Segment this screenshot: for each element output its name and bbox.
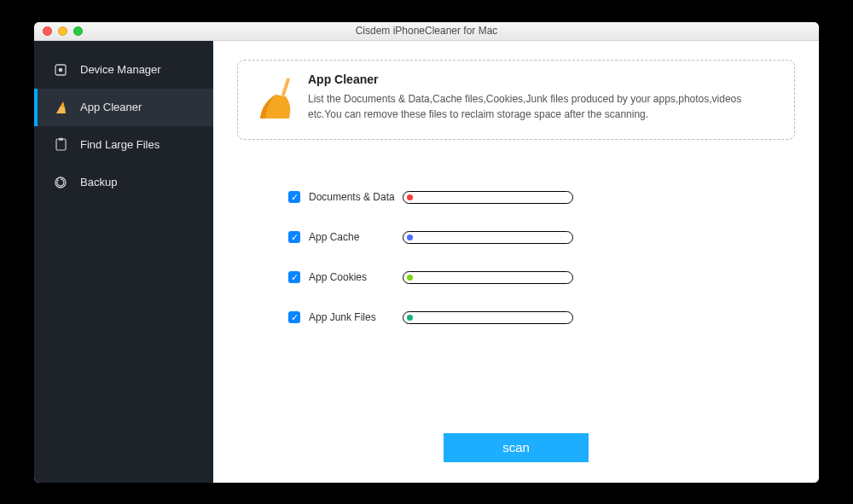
sidebar-item-label: Device Manager [80,63,161,76]
svg-rect-2 [56,139,66,150]
progress-pill [403,271,573,284]
progress-pill [403,231,573,244]
titlebar: Cisdem iPhoneCleaner for Mac [34,22,819,41]
scan-button[interactable]: scan [444,433,589,462]
checkbox-app-cookies[interactable]: ✓ [288,271,300,283]
checkbox-app-junk-files[interactable]: ✓ [288,311,300,323]
info-box: App Cleaner List the Documents & Data,Ca… [237,60,795,140]
progress-pill [403,191,573,204]
sidebar-item-label: Find Large Files [80,138,160,151]
option-app-cache: ✓ App Cache [288,231,795,244]
broom-icon [53,100,68,115]
sidebar: Device Manager App Cleaner Find Large Fi… [34,41,213,483]
sidebar-item-find-large-files[interactable]: Find Large Files [34,126,213,164]
app-window: Cisdem iPhoneCleaner for Mac Device Mana… [34,22,819,483]
window-body: Device Manager App Cleaner Find Large Fi… [34,41,819,483]
info-text: App Cleaner List the Documents & Data,Ca… [308,72,775,122]
progress-dot [407,315,413,321]
broom-illustration [255,72,299,124]
option-app-junk-files: ✓ App Junk Files [288,311,795,324]
progress-pill [403,311,573,324]
clipboard-icon [53,137,68,153]
svg-rect-5 [281,77,291,96]
panel-description: List the Documents & Data,Cache files,Co… [308,91,775,122]
svg-point-1 [59,67,63,72]
option-label: App Junk Files [309,311,403,323]
option-label: App Cache [309,231,403,243]
backup-icon [53,175,68,190]
sidebar-item-backup[interactable]: Backup [34,164,213,201]
sidebar-item-label: App Cleaner [80,101,142,113]
checkbox-documents-and-data[interactable]: ✓ [288,191,300,203]
device-icon [53,62,68,78]
sidebar-item-label: Backup [80,176,117,188]
sidebar-item-device-manager[interactable]: Device Manager [34,51,213,89]
panel-title: App Cleaner [308,72,775,86]
sidebar-item-app-cleaner[interactable]: App Cleaner [34,89,213,126]
progress-dot [407,235,413,240]
progress-dot [407,275,413,281]
checkbox-app-cache[interactable]: ✓ [288,231,300,243]
option-label: App Cookies [309,271,403,283]
options-list: ✓ Documents & Data ✓ App Cache ✓ App Coo… [237,191,795,324]
option-label: Documents & Data [309,191,403,203]
progress-dot [407,194,413,200]
option-app-cookies: ✓ App Cookies [288,271,795,284]
svg-rect-3 [59,138,63,141]
main-panel: App Cleaner List the Documents & Data,Ca… [213,41,819,483]
option-documents-and-data: ✓ Documents & Data [288,191,795,204]
window-title: Cisdem iPhoneCleaner for Mac [34,25,819,37]
scan-button-wrap: scan [237,433,795,467]
